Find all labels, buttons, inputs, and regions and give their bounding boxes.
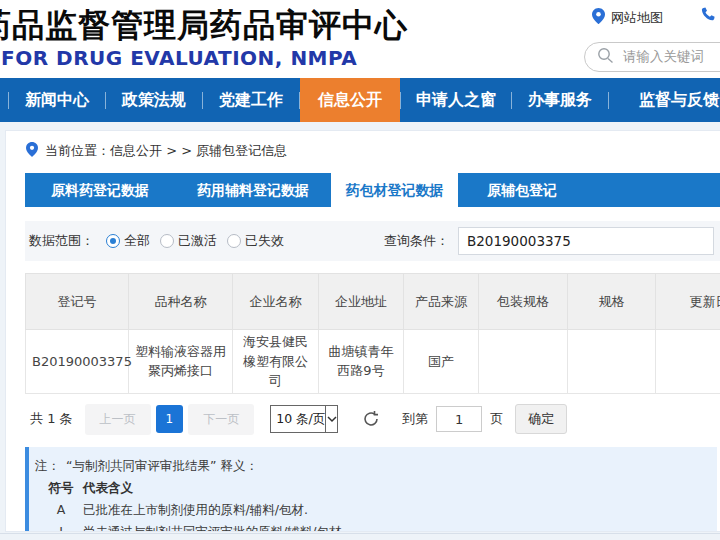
note-meaning-a: 已批准在上市制剂使用的原料/辅料/包材. xyxy=(83,499,308,520)
note-row-a: A 已批准在上市制剂使用的原料/辅料/包材. xyxy=(35,499,707,520)
table-row: B20190003375 塑料输液容器用聚丙烯接口 海安县健民橡塑有限公司 曲塘… xyxy=(26,330,720,394)
radio-option-all[interactable]: 全部 xyxy=(106,232,150,250)
tab-raw-material-data[interactable]: 原料药登记数据 xyxy=(25,173,175,207)
chevron-down-icon xyxy=(325,406,337,432)
site-title-cn: 药品监督管理局药品审评中心 xyxy=(0,4,408,48)
tab-excipient-data[interactable]: 药用辅料登记数据 xyxy=(175,173,331,207)
results-table: 登记号 品种名称 企业名称 企业地址 产品来源 包装规格 规格 更新日期 B20… xyxy=(25,273,720,394)
footer-strip xyxy=(0,533,720,540)
nav-item-news[interactable]: 新闻中心 xyxy=(9,78,105,122)
nav-item-services[interactable]: 办事服务 xyxy=(512,78,608,122)
site-title-en: FOR DRUG EVALUATION, NMPA xyxy=(1,46,357,70)
refresh-icon[interactable] xyxy=(362,410,380,428)
nav-item-supervision[interactable]: 监督与反馈 xyxy=(609,78,720,122)
sitemap-label: 网站地图 xyxy=(611,9,663,27)
note-row-i: I 尚未通过与制剂共同审评审批的原料/辅料/包材. xyxy=(35,521,707,533)
sitemap-link[interactable]: 网站地图 xyxy=(592,8,663,27)
col-header-registration-no: 登记号 xyxy=(26,274,129,330)
note-title: “与制剂共同审评审批结果” 释义： xyxy=(66,455,258,476)
radio-option-activated[interactable]: 已激活 xyxy=(160,232,217,250)
content-card: 当前位置：信息公开 > > 原辅包登记信息 原料药登记数据 药用辅料登记数据 药… xyxy=(5,130,720,532)
location-pin-icon xyxy=(592,8,605,27)
next-page-button[interactable]: 下一页 xyxy=(188,404,254,435)
cell-company-address: 曲塘镇青年西路9号 xyxy=(319,330,404,394)
site-header: 药品监督管理局药品审评中心 FOR DRUG EVALUATION, NMPA … xyxy=(0,0,720,78)
page-1-button[interactable]: 1 xyxy=(156,405,184,433)
page-size-value: 10 条/页 xyxy=(271,411,325,428)
radio-all-icon[interactable] xyxy=(106,234,120,248)
radio-activated-label: 已激活 xyxy=(178,232,217,250)
cell-product-name: 塑料输液容器用聚丙烯接口 xyxy=(129,330,233,394)
main-nav: 新闻中心 政策法规 党建工作 信息公开 申请人之窗 办事服务 监督与反馈 xyxy=(0,78,720,122)
radio-option-expired[interactable]: 已失效 xyxy=(227,232,284,250)
tab-packaging-material-data[interactable]: 药包材登记数据 xyxy=(331,173,458,207)
nav-item-party[interactable]: 党建工作 xyxy=(203,78,299,122)
query-label: 查询条件： xyxy=(384,232,449,250)
scope-label: 数据范围： xyxy=(29,232,94,250)
cell-update-date xyxy=(656,330,720,394)
note-box: 注： “与制剂共同审评审批结果” 释义： 符号 代表含义 A 已批准在上市制剂使… xyxy=(25,447,717,533)
page-unit-label: 页 xyxy=(490,410,503,428)
breadcrumb-text: 当前位置：信息公开 > > 原辅包登记信息 xyxy=(45,142,287,160)
tab-raw-excipient-packaging[interactable]: 原辅包登记 xyxy=(458,173,586,207)
nav-item-applicant[interactable]: 申请人之窗 xyxy=(401,78,511,122)
nav-item-info-disclosure[interactable]: 信息公开 xyxy=(300,78,400,122)
cell-registration-no: B20190003375 xyxy=(26,330,129,394)
cell-company-name: 海安县健民橡塑有限公司 xyxy=(233,330,319,394)
scope-radio-group: 全部 已激活 已失效 xyxy=(96,232,284,250)
pagination-bar: 共 1 条 上一页 1 下一页 10 条/页 到第 页 确定 xyxy=(30,404,720,435)
page-size-select[interactable]: 10 条/页 xyxy=(270,405,338,433)
cell-product-origin: 国产 xyxy=(404,330,479,394)
confirm-button[interactable]: 确定 xyxy=(515,404,567,434)
goto-page-label: 到第 xyxy=(402,410,428,428)
note-label: 注： xyxy=(35,455,60,476)
radio-all-label: 全部 xyxy=(124,232,150,250)
filter-bar: 数据范围： 全部 已激活 已失效 查询条件： xyxy=(25,221,720,261)
query-input[interactable] xyxy=(458,227,714,255)
contact-phone-link[interactable] xyxy=(700,7,716,27)
note-meaning-i: 尚未通过与制剂共同审评审批的原料/辅料/包材. xyxy=(83,521,345,533)
site-search[interactable]: 请输入关键词 xyxy=(584,42,720,72)
col-header-product-name: 品种名称 xyxy=(129,274,233,330)
data-tabs: 原料药登记数据 药用辅料登记数据 药包材登记数据 原辅包登记 xyxy=(25,173,720,207)
note-symbol-a: A xyxy=(44,499,78,520)
note-symbol-i: I xyxy=(44,521,78,533)
search-icon xyxy=(597,47,614,67)
note-symbol-header: 符号 xyxy=(44,477,78,498)
note-meaning-header: 代表含义 xyxy=(83,477,133,498)
table-header-row: 登记号 品种名称 企业名称 企业地址 产品来源 包装规格 规格 更新日期 xyxy=(26,274,720,330)
radio-activated-icon[interactable] xyxy=(160,234,174,248)
location-pin-icon xyxy=(26,142,38,160)
prev-page-button[interactable]: 上一页 xyxy=(85,404,151,435)
col-header-update-date: 更新日期 xyxy=(656,274,720,330)
col-header-packaging-spec: 包装规格 xyxy=(479,274,568,330)
phone-icon xyxy=(700,8,716,27)
col-header-product-origin: 产品来源 xyxy=(404,274,479,330)
radio-expired-label: 已失效 xyxy=(245,232,284,250)
goto-page-input[interactable] xyxy=(436,406,482,432)
total-count: 共 1 条 xyxy=(30,410,73,428)
cell-packaging-spec xyxy=(479,330,568,394)
col-header-company-address: 企业地址 xyxy=(319,274,404,330)
cell-spec xyxy=(568,330,656,394)
nav-item-policy[interactable]: 政策法规 xyxy=(106,78,202,122)
search-placeholder: 请输入关键词 xyxy=(623,48,704,66)
col-header-company-name: 企业名称 xyxy=(233,274,319,330)
radio-expired-icon[interactable] xyxy=(227,234,241,248)
breadcrumb: 当前位置：信息公开 > > 原辅包登记信息 xyxy=(6,131,720,161)
col-header-spec: 规格 xyxy=(568,274,656,330)
